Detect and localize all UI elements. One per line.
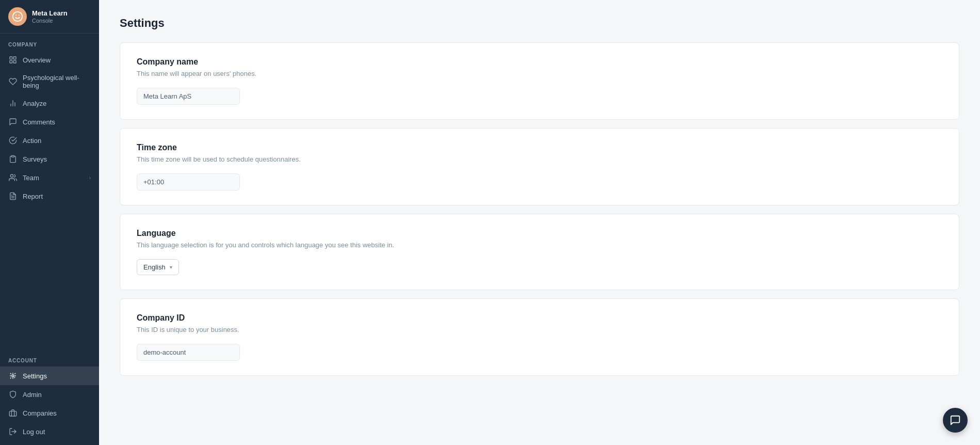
- language-select[interactable]: English ▾: [137, 259, 179, 275]
- company-id-card-subtitle: This ID is unique to your business.: [137, 326, 942, 333]
- users-icon: [8, 173, 18, 182]
- sidebar-item-surveys-label: Surveys: [23, 155, 47, 163]
- sidebar-item-comments[interactable]: Comments: [0, 113, 99, 131]
- sidebar: Meta Learn Console COMPANY Overview Psyc…: [0, 0, 99, 445]
- company-id-card-title: Company ID: [137, 313, 942, 323]
- sidebar-logo[interactable]: Meta Learn Console: [0, 0, 99, 34]
- sidebar-item-companies-label: Companies: [23, 409, 57, 417]
- language-card-title: Language: [137, 229, 942, 238]
- briefcase-icon: [8, 408, 18, 418]
- svg-rect-5: [10, 60, 12, 63]
- svg-rect-10: [11, 155, 14, 157]
- company-name-card: Company name This name will appear on us…: [120, 42, 959, 120]
- sidebar-item-action-label: Action: [23, 137, 41, 145]
- sidebar-item-settings[interactable]: Settings: [0, 367, 99, 385]
- sidebar-item-team[interactable]: Team ›: [0, 168, 99, 187]
- svg-rect-4: [13, 57, 16, 59]
- svg-rect-6: [13, 60, 16, 63]
- language-card: Language This language selection is for …: [120, 214, 959, 290]
- svg-point-11: [10, 174, 13, 177]
- sidebar-item-analyze-label: Analyze: [23, 100, 46, 107]
- app-subtitle: Console: [32, 18, 68, 24]
- main-content: Settings Company name This name will app…: [99, 0, 980, 445]
- company-section-label: COMPANY: [0, 34, 99, 51]
- account-section-label: ACCOUNT: [0, 349, 99, 367]
- svg-point-14: [12, 375, 14, 377]
- app-name: Meta Learn: [32, 9, 68, 18]
- logo-avatar: [8, 7, 27, 26]
- time-zone-card-title: Time zone: [137, 143, 942, 152]
- sidebar-item-team-label: Team: [23, 174, 39, 182]
- message-square-icon: [8, 117, 18, 126]
- time-zone-card-subtitle: This time zone will be used to schedule …: [137, 155, 942, 163]
- time-zone-card: Time zone This time zone will be used to…: [120, 128, 959, 205]
- sidebar-item-settings-label: Settings: [23, 372, 47, 380]
- sidebar-item-admin[interactable]: Admin: [0, 385, 99, 404]
- grid-icon: [8, 55, 18, 65]
- company-name-value: Meta Learn ApS: [137, 88, 240, 105]
- svg-rect-3: [10, 57, 12, 59]
- sidebar-item-report[interactable]: Report: [0, 187, 99, 205]
- language-select-value: English: [143, 263, 166, 271]
- time-zone-value: +01:00: [137, 173, 240, 190]
- settings-icon: [8, 371, 18, 380]
- sidebar-item-logout[interactable]: Log out: [0, 422, 99, 441]
- team-chevron-icon: ›: [89, 175, 91, 181]
- sidebar-item-comments-label: Comments: [23, 118, 55, 126]
- sidebar-item-overview-label: Overview: [23, 56, 51, 64]
- sidebar-item-analyze[interactable]: Analyze: [0, 94, 99, 113]
- heart-icon: [8, 77, 18, 86]
- sidebar-item-admin-label: Admin: [23, 391, 42, 399]
- clipboard-icon: [8, 154, 18, 164]
- page-title: Settings: [120, 17, 959, 30]
- language-card-subtitle: This language selection is for you and c…: [137, 241, 942, 249]
- shield-icon: [8, 390, 18, 399]
- sidebar-item-logout-label: Log out: [23, 428, 45, 436]
- log-out-icon: [8, 427, 18, 436]
- chat-fab-button[interactable]: [943, 408, 968, 433]
- company-name-card-subtitle: This name will appear on users' phones.: [137, 70, 942, 77]
- sidebar-item-psychological[interactable]: Psychological well-being: [0, 69, 99, 94]
- sidebar-item-action[interactable]: Action: [0, 131, 99, 150]
- sidebar-item-companies[interactable]: Companies: [0, 404, 99, 422]
- file-text-icon: [8, 192, 18, 201]
- svg-rect-15: [9, 411, 16, 416]
- sidebar-item-overview[interactable]: Overview: [0, 51, 99, 69]
- check-circle-icon: [8, 136, 18, 145]
- company-name-card-title: Company name: [137, 57, 942, 67]
- sidebar-item-report-label: Report: [23, 193, 43, 200]
- sidebar-item-surveys[interactable]: Surveys: [0, 150, 99, 168]
- svg-point-0: [13, 12, 22, 21]
- company-id-card: Company ID This ID is unique to your bus…: [120, 298, 959, 376]
- sidebar-item-psychological-label: Psychological well-being: [23, 74, 91, 89]
- company-id-value: demo-account: [137, 344, 240, 361]
- chevron-down-icon: ▾: [170, 264, 172, 270]
- bar-chart-icon: [8, 99, 18, 108]
